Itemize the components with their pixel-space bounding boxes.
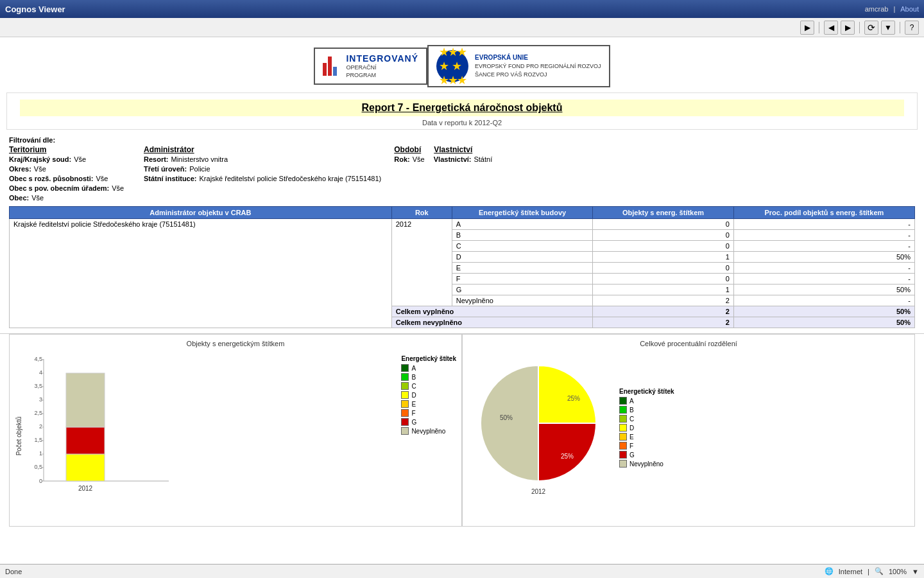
legend-label: E — [411, 401, 416, 408]
legend-swatch — [401, 427, 409, 435]
percent-cell: - — [733, 241, 914, 252]
legend-swatch — [619, 415, 627, 423]
label-cell: G — [452, 285, 592, 295]
logo-area: INTEGROVANÝ OPERAČNÍ PROGRAM ★★★★ ★★★★ E… — [0, 37, 924, 92]
vlastnictvi-label: Vlastnictví — [434, 145, 472, 154]
pie-legend-item: A — [619, 397, 674, 405]
legend-label: G — [629, 451, 635, 459]
main-content: INTEGROVANÝ OPERAČNÍ PROGRAM ★★★★ ★★★★ E… — [0, 37, 924, 564]
rok-vlastnictvi-row: Rok: Vše Vlastnictví: Státní — [394, 155, 492, 164]
percent-cell: - — [733, 274, 914, 285]
eu-line1: EVROPSKÁ UNIE — [475, 53, 601, 62]
separator: | — [893, 5, 895, 13]
obec-value: Vše — [31, 194, 44, 202]
objects-cell: 0 — [593, 274, 733, 285]
okres-label: Okres: — [9, 165, 31, 173]
help-button[interactable]: ? — [905, 21, 919, 35]
resort-label: Resort: — [144, 155, 169, 163]
svg-text:2012: 2012 — [78, 485, 93, 492]
total-unfilled-label: Celkem nevyplněno — [391, 317, 593, 328]
administrator-header: Administrátor — [144, 145, 381, 154]
percent-cell: 50% — [733, 252, 914, 263]
vlastnictvi-val-label: Vlastnictví: — [434, 155, 472, 163]
col-admin: Administrátor objektu v CRAB — [10, 207, 392, 219]
toolbar-separator — [819, 22, 819, 33]
percent-cell: - — [733, 219, 914, 230]
kraj-row: Kraj/Krajský soud: Vše — [9, 155, 131, 164]
topbar-right: amcrab | About — [865, 5, 919, 13]
iop-logo-bars — [323, 57, 337, 76]
okres-value: Vše — [34, 165, 46, 173]
pie-legend-item: C — [619, 415, 674, 423]
vlastnictvi-val: Státní — [474, 155, 492, 163]
refresh-button[interactable]: ⟳ — [864, 21, 878, 35]
legend-label: D — [629, 425, 634, 432]
kraj-label: Kraj/Krajský soud: — [9, 155, 71, 163]
svg-text:0: 0 — [39, 478, 42, 484]
filter-section-title: Filtrování dle: — [9, 136, 915, 144]
total-unfilled-objects: 2 — [593, 317, 733, 328]
statni-label: Státní instituce: — [144, 175, 197, 182]
play-button[interactable]: ▶ — [800, 21, 814, 35]
forward-button[interactable]: ▶ — [841, 21, 855, 35]
pie-slice-d — [538, 365, 596, 423]
treti-row: Třetí úroveň: Policie — [144, 164, 381, 173]
obec-roz-value: Vše — [96, 175, 108, 182]
legend-swatch — [401, 364, 409, 372]
bar-legend-item: A — [401, 364, 456, 372]
bar-chart-svg-area: Počet objektů 0 0,5 1 1,5 2 — [15, 353, 395, 508]
svg-text:50%: 50% — [500, 414, 513, 421]
legend-swatch — [619, 433, 627, 441]
menu-dropdown-button[interactable]: ▼ — [881, 21, 895, 35]
year-cell: 2012 — [391, 219, 452, 306]
svg-text:1,5: 1,5 — [34, 437, 42, 443]
bar-chart-svg: Počet objektů 0 0,5 1 1,5 2 — [15, 353, 188, 507]
okres-row: Okres: Vše — [9, 164, 131, 173]
admin-cell: Krajské ředitelství policie Středočeskéh… — [10, 219, 392, 328]
about-link[interactable]: About — [900, 5, 919, 13]
objects-cell: 1 — [593, 252, 733, 263]
pie-legend-title: Energetický štítek — [619, 388, 674, 395]
eu-line3: ŠANCE PRO VÁŠ ROZVOJ — [475, 71, 601, 79]
obec-roz-row: Obec s rozš. působnosti: Vše — [9, 174, 131, 183]
obec-pov-label: Obec s pov. obecním úřadem: — [9, 184, 109, 192]
legend-label: Nevyplněno — [411, 428, 445, 435]
toolbar: ▶ ◀ ▶ ⟳ ▼ ? — [0, 18, 924, 37]
svg-text:2,5: 2,5 — [34, 410, 42, 416]
legend-swatch — [401, 400, 409, 408]
iop-logo: INTEGROVANÝ OPERAČNÍ PROGRAM — [314, 48, 427, 85]
eu-flag-circle: ★★★★ ★★★★ — [436, 50, 468, 82]
svg-text:3,5: 3,5 — [34, 383, 42, 389]
table-row: Krajské ředitelství policie Středočeskéh… — [10, 219, 915, 230]
objects-cell: 0 — [593, 230, 733, 241]
col-percent: Proc. podíl objektů s energ. štítkem — [733, 207, 914, 219]
obdobi-vlastnictvi-col: Období Vlastnictví Rok: Vše Vlastnictví:… — [394, 145, 492, 202]
obec-label: Obec: — [9, 194, 29, 202]
legend-swatch — [619, 442, 627, 450]
legend-label: A — [411, 365, 416, 372]
bar-legend-item: B — [401, 373, 456, 381]
pie-legend-item: G — [619, 451, 674, 459]
pie-chart-container: Celkové procentuální rozdělení 25% — [462, 334, 915, 527]
resort-row: Resort: Ministerstvo vnitra — [144, 155, 381, 164]
iop-sub1: OPERAČNÍ — [346, 64, 418, 72]
rok-value: Vše — [413, 155, 425, 163]
svg-text:25%: 25% — [567, 395, 580, 402]
legend-swatch — [619, 451, 627, 459]
pie-chart-svg: 25% 25% 50% 2012 — [468, 353, 609, 500]
statni-row: Státní instituce: Krajské ředitelství po… — [144, 174, 381, 183]
total-filled-label: Celkem vyplněno — [391, 306, 593, 317]
legend-label: Nevyplněno — [629, 460, 663, 468]
svg-text:1: 1 — [39, 450, 42, 457]
svg-text:25%: 25% — [561, 453, 574, 460]
total-filled-objects: 2 — [593, 306, 733, 317]
pie-chart-area: 25% 25% 50% 2012 — [468, 353, 909, 502]
objects-cell: 2 — [593, 295, 733, 306]
bar-chart-area: Počet objektů 0 0,5 1 1,5 2 — [15, 353, 456, 508]
eu-text-block: EVROPSKÁ UNIE EVROPSKÝ FOND PRO REGIONÁL… — [475, 53, 601, 78]
back-button[interactable]: ◀ — [824, 21, 838, 35]
label-cell: Nevyplněno — [452, 295, 592, 306]
label-cell: E — [452, 263, 592, 274]
objects-cell: 0 — [593, 219, 733, 230]
bar-legend-item: C — [401, 382, 456, 390]
